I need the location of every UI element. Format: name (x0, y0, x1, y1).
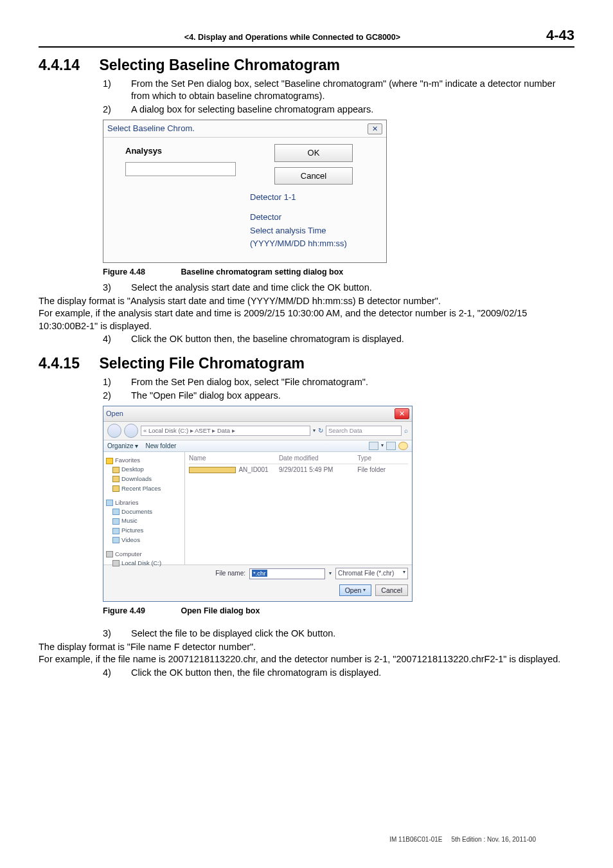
sidebar-item-pictures[interactable]: Pictures (121, 527, 143, 535)
file-list: Name Date modified Type AN_ID001 9/29/20… (185, 452, 412, 565)
sidebar-item-computer[interactable]: Computer (115, 550, 142, 559)
dialog-title: Open (106, 409, 123, 419)
open-button[interactable]: Open▾ (339, 584, 372, 596)
documents-icon (112, 509, 120, 515)
search-icon: ⌕ (404, 426, 408, 435)
figure-caption: Figure 4.49 Open File dialog box (103, 606, 574, 617)
dropdown-icon[interactable]: ▾ (329, 570, 332, 577)
sidebar-item-favorites[interactable]: Favorites (115, 457, 140, 465)
search-input[interactable]: Search Data (326, 426, 402, 437)
file-type: File folder (357, 466, 408, 475)
view-icon[interactable] (369, 442, 378, 450)
page-number: 4-43 (546, 26, 574, 45)
refresh-icon[interactable]: ↻ (318, 426, 323, 435)
breadcrumb[interactable]: « Local Disk (C:) ▸ ASET ▸ Data ▸ (141, 426, 310, 437)
section-heading-4414: 4.4.14 Selecting Baseline Chromatogram (39, 55, 574, 75)
list-item[interactable]: AN_ID001 9/29/2011 5:49 PM File folder (189, 464, 408, 476)
step-num: 1) (103, 78, 131, 103)
section-number: 4.4.14 (39, 55, 95, 75)
desktop-icon (112, 467, 120, 473)
music-icon (112, 518, 120, 525)
sidebar-item-localdisk[interactable]: Local Disk (C:) (121, 559, 161, 568)
section-title: Selecting File Chromatogram (99, 355, 305, 372)
new-folder-button[interactable]: New folder (145, 442, 176, 449)
downloads-icon (112, 476, 120, 482)
close-icon[interactable]: ✕ (368, 123, 382, 134)
figure-number: Figure 4.48 (103, 267, 179, 278)
cancel-button[interactable]: Cancel (274, 167, 353, 185)
filetype-select[interactable]: Chromat File (*.chr)▾ (335, 568, 408, 579)
recent-icon (112, 485, 120, 492)
step-num: 1) (103, 376, 131, 389)
nav-forward-icon[interactable] (124, 424, 138, 438)
open-file-dialog: Open ✕ « Local Disk (C:) ▸ ASET ▸ Data ▸… (103, 406, 413, 602)
detector-info: Detector (250, 211, 378, 224)
detector-info: (YYYY/MM/DD hh:mm:ss) (250, 237, 378, 251)
sidebar-item-desktop[interactable]: Desktop (121, 466, 144, 474)
section-title: Selecting Baseline Chromatogram (99, 57, 340, 73)
step-num: 2) (103, 390, 131, 402)
preview-icon[interactable] (386, 442, 396, 450)
help-icon[interactable] (398, 442, 408, 450)
pictures-icon (112, 528, 120, 534)
close-icon[interactable]: ✕ (395, 408, 409, 419)
figure-caption: Figure 4.48 Baseline chromatogram settin… (103, 267, 574, 278)
step-num: 3) (103, 282, 131, 294)
step-num: 4) (103, 667, 131, 680)
figure-title: Open File dialog box (181, 606, 260, 615)
disk-icon (112, 560, 120, 566)
detector-info: Select analysis Time (250, 224, 378, 238)
file-name: AN_ID001 (238, 466, 278, 475)
step-text: From the Set Pen dialog box, select "Fil… (131, 376, 574, 389)
sidebar-item-libraries[interactable]: Libraries (115, 499, 138, 507)
dropdown-icon[interactable]: ▾ (381, 442, 384, 449)
star-icon (106, 458, 113, 464)
figure-title: Baseline chromatogram setting dialog box (181, 267, 343, 276)
filename-value: *.chr (252, 570, 267, 577)
sidebar-item-recent[interactable]: Recent Places (121, 485, 161, 493)
step-text: From the Set Pen dialog box, select "Bas… (131, 78, 574, 103)
dropdown-icon[interactable]: ▾ (313, 428, 315, 435)
folder-icon (189, 467, 236, 473)
step-subtext: For example, if the file name is 2007121… (39, 653, 574, 666)
step-subtext: The display format is "Analysis start da… (39, 295, 574, 308)
analysys-input[interactable] (125, 162, 236, 176)
sidebar-item-videos[interactable]: Videos (121, 536, 140, 545)
organize-button[interactable]: Organize ▾ (107, 442, 138, 449)
step-text: The "Open File" dialog box appears. (131, 390, 574, 402)
step-text: Select the analysis start date and time … (131, 282, 574, 294)
step-subtext: For example, if the analysis start date … (39, 307, 574, 332)
cancel-button[interactable]: Cancel (375, 584, 408, 596)
libraries-icon (106, 500, 113, 506)
step-text: Select the file to be displayed click th… (131, 628, 574, 640)
detector-info: Detector 1-1 (250, 191, 378, 204)
column-type[interactable]: Type (357, 454, 408, 463)
step-text: A dialog box for selecting baseline chro… (131, 104, 574, 116)
filename-label: File name: (215, 569, 245, 578)
doc-footer: IM 11B06C01-01E 5th Edition : Nov. 16, 2… (389, 835, 536, 844)
sidebar-item-documents[interactable]: Documents (121, 508, 152, 516)
analysys-label: Analysys (125, 145, 250, 157)
doc-edition: 5th Edition : Nov. 16, 2011-00 (451, 836, 536, 843)
sidebar-item-downloads[interactable]: Downloads (121, 475, 152, 484)
doc-id: IM 11B06C01-01E (389, 836, 442, 843)
select-baseline-dialog: Select Baseline Chrom. ✕ Analysys OK Can… (103, 120, 387, 263)
step-text: Click the OK button then, the baseline c… (131, 333, 574, 346)
sidebar-item-music[interactable]: Music (121, 517, 138, 525)
nav-back-icon[interactable] (107, 424, 121, 438)
filename-input[interactable]: *.chr (249, 568, 325, 579)
chapter-label: <4. Display and Operations while Connect… (39, 32, 546, 43)
column-name[interactable]: Name (189, 454, 279, 463)
step-text: Click the OK button then, the file chrom… (131, 667, 574, 680)
dialog-title: Select Baseline Chrom. (107, 123, 195, 134)
file-date: 9/29/2011 5:49 PM (279, 466, 357, 475)
step-num: 3) (103, 628, 131, 640)
videos-icon (112, 537, 120, 543)
filetype-value: Chromat File (*.chr) (338, 569, 394, 578)
page-header: <4. Display and Operations while Connect… (39, 26, 574, 48)
section-number: 4.4.15 (39, 354, 95, 374)
step-subtext: The display format is "File name F detec… (39, 641, 574, 654)
step-num: 4) (103, 333, 131, 346)
ok-button[interactable]: OK (274, 144, 353, 162)
column-date[interactable]: Date modified (279, 454, 357, 463)
